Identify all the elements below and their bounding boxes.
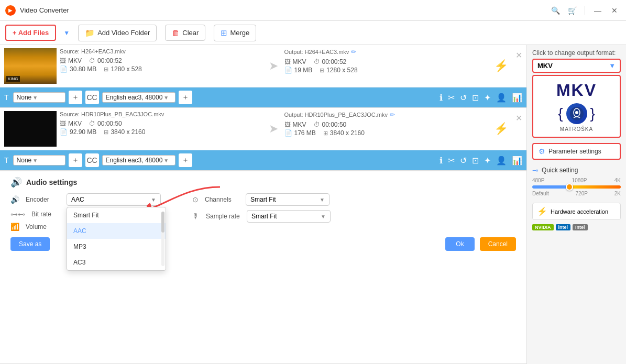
slider-labels-top: 480P 1080P 4K <box>532 178 621 183</box>
audio-settings-panel: 🔊 Audio settings 🔊 Encoder AAC <box>0 171 526 364</box>
quick-setting-icon: ⊸ <box>532 166 539 174</box>
info-icon-2[interactable]: ℹ <box>440 156 443 166</box>
dropdown-arrow[interactable]: ▼ <box>63 29 70 37</box>
dropdown-item-ac3[interactable]: AC3 <box>67 255 166 270</box>
quick-setting-label: ⊸ Quick setting <box>527 163 626 175</box>
param-icon: ⚙ <box>539 147 545 156</box>
crop-icon-2[interactable]: ⊡ <box>472 156 479 166</box>
volume-icon: 📶 <box>10 223 19 231</box>
folder-icon: 📁 <box>85 28 95 38</box>
cc-btn-2[interactable]: CC <box>85 153 99 167</box>
svg-point-3 <box>575 111 578 114</box>
scissors-icon-2[interactable]: ✂ <box>448 156 455 166</box>
effects-icon-1[interactable]: ✦ <box>484 93 491 103</box>
channels-select[interactable]: Smart Fit ▼ <box>246 193 330 206</box>
nvidia-badge: NVIDIA <box>532 224 554 230</box>
left-brace: { <box>558 105 563 122</box>
file1-out-duration: ⏱ 00:00:52 <box>314 58 347 65</box>
encoder-dropdown-container: AAC ▼ Smart Fit AAC MP3 AC3 <box>67 193 161 206</box>
main-toolbar: + Add Files ▼ 📁 Add Video Folder 🗑 Clear… <box>0 21 626 45</box>
file1-resolution: ⊞ 1280 x 528 <box>104 65 141 73</box>
cart-button[interactable]: 🛒 <box>566 4 578 17</box>
quality-slider[interactable]: 480P 1080P 4K Default 720P 2K <box>527 175 626 201</box>
format-label: Click to change output format: <box>527 45 626 59</box>
hardware-acceleration-button[interactable]: ⚡ Hardware acceleration <box>532 203 621 220</box>
file1-out-resolution: ⊞ 1280 x 528 <box>320 67 357 74</box>
lightning-1: ⚡ <box>490 48 512 84</box>
title-bar-left: ▶ Video Converter <box>5 5 69 16</box>
thumbnail-2 <box>4 111 57 147</box>
file1-close[interactable]: ✕ <box>515 48 522 84</box>
add-subtitle-btn-2[interactable]: ＋ <box>69 153 82 167</box>
encoder-select[interactable]: AAC ▼ <box>67 193 161 206</box>
subtitle-select-1[interactable]: None ▼ <box>13 92 65 103</box>
format-selector[interactable]: MKV ▼ <box>532 59 621 73</box>
person-icon-2[interactable]: 👤 <box>496 156 507 166</box>
encoder-field: 🔊 Encoder AAC ▼ Smart Fit AAC <box>10 193 161 206</box>
audio-right-col: ⊙ Channels Smart Fit ▼ 🎙 Sample rate <box>192 193 331 223</box>
clear-button[interactable]: 🗑 Clear <box>165 25 205 41</box>
title-bar-controls: 🔍 🛒 — ✕ <box>549 4 621 17</box>
mic-icon: 🎙 <box>192 212 200 220</box>
dropdown-item-smart-fit[interactable]: Smart Fit <box>67 207 166 223</box>
file2-close[interactable]: ✕ <box>515 111 522 147</box>
minimize-button[interactable]: — <box>591 4 604 17</box>
merge-icon: ⊞ <box>221 28 227 38</box>
dropdown-item-aac[interactable]: AAC <box>67 223 166 239</box>
intel-badge-2: Intel <box>573 224 588 230</box>
audio-left-col: 🔊 Encoder AAC ▼ Smart Fit AAC <box>10 193 161 231</box>
close-button[interactable]: ✕ <box>608 4 621 17</box>
cancel-button[interactable]: Cancel <box>480 237 516 251</box>
subtitle-toolbar-1: T None ▼ ＋ CC English eac3, 48000 ▼ ＋ ℹ … <box>0 87 526 107</box>
channels-field: ⊙ Channels Smart Fit ▼ <box>192 193 331 206</box>
right-panel: Click to change output format: MKV ▼ MKV… <box>526 45 626 364</box>
scissors-icon-1[interactable]: ✂ <box>448 93 455 103</box>
chart-icon-1[interactable]: 📊 <box>512 93 522 103</box>
subtitle-toolbar-2: T None ▼ ＋ CC English eac3, 48000 ▼ ＋ ℹ … <box>0 150 526 170</box>
lightning-2: ⚡ <box>490 111 512 147</box>
add-files-button[interactable]: + Add Files <box>5 25 56 41</box>
audio-select-1[interactable]: English eac3, 48000 ▼ <box>102 92 175 103</box>
add-folder-button[interactable]: 📁 Add Video Folder <box>78 25 157 41</box>
subtitle-select-2[interactable]: None ▼ <box>13 155 65 166</box>
save-as-button[interactable]: Save as <box>10 237 50 251</box>
mkv-logo: MKV { } MATROŠKA <box>532 75 621 138</box>
merge-button[interactable]: ⊞ Merge <box>214 25 256 41</box>
dropdown-arrow-icon: ▼ <box>151 197 156 203</box>
file2-edit-icon[interactable]: ✏ <box>390 111 395 118</box>
cc-btn-1[interactable]: CC <box>85 91 99 104</box>
file-item-2: Source: HDR10Plus_PB_EAC3JOC.mkv 🖼MKV ⏱0… <box>0 108 526 171</box>
crop-icon-1[interactable]: ⊡ <box>472 93 479 103</box>
scrollbar-thumb <box>161 212 164 233</box>
title-bar: ▶ Video Converter 🔍 🛒 — ✕ <box>0 0 626 21</box>
add-audio-btn-1[interactable]: ＋ <box>179 91 192 104</box>
dropdown-item-mp3[interactable]: MP3 <box>67 239 166 255</box>
channels-icon: ⊙ <box>192 195 199 204</box>
text-icon-1: T <box>4 93 9 102</box>
rotate-icon-1[interactable]: ↺ <box>460 93 467 103</box>
effects-icon-2[interactable]: ✦ <box>484 156 491 166</box>
file1-source-name: Source: H264+EAC3.mkv <box>60 48 262 54</box>
rotate-icon-2[interactable]: ↺ <box>460 156 467 166</box>
add-audio-btn-2[interactable]: ＋ <box>179 153 192 167</box>
bitrate-icon: ⊶⊷ <box>10 210 25 218</box>
person-icon-1[interactable]: 👤 <box>496 93 507 103</box>
add-subtitle-btn-1[interactable]: ＋ <box>69 91 82 104</box>
sample-rate-select[interactable]: Smart Fit ▼ <box>247 210 331 223</box>
file2-source: Source: HDR10Plus_PB_EAC3JOC.mkv 🖼MKV ⏱0… <box>60 111 262 147</box>
info-icon-1[interactable]: ℹ <box>440 93 443 103</box>
content-area: KING Source: H264+EAC3.mkv 🖼 MKV ⏱ <box>0 45 526 364</box>
slider-thumb[interactable] <box>566 183 573 191</box>
convert-arrow-2: ➤ <box>266 111 281 147</box>
chart-icon-2[interactable]: 📊 <box>512 156 522 166</box>
parameter-settings-button[interactable]: ⚙ Parameter settings <box>532 143 621 160</box>
file1-edit-icon[interactable]: ✏ <box>351 48 356 56</box>
trash-icon: 🗑 <box>172 28 180 37</box>
file1-format: 🖼 MKV <box>60 57 82 64</box>
audio-select-2[interactable]: English eac3, 48000 ▼ <box>102 155 175 166</box>
search-button[interactable]: 🔍 <box>549 4 562 17</box>
audio-settings-header: 🔊 Audio settings <box>10 177 516 188</box>
matroska-circle <box>566 103 587 124</box>
ok-button[interactable]: Ok <box>445 237 474 251</box>
slider-track <box>532 185 621 189</box>
